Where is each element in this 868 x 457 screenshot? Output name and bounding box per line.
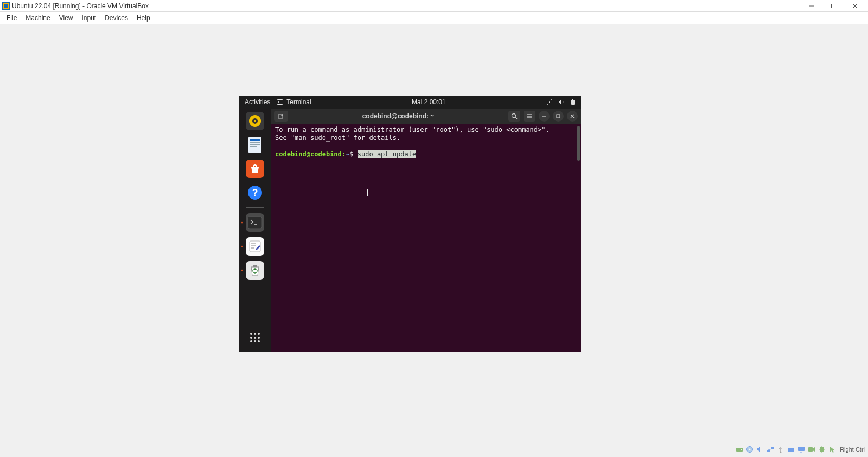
svg-point-33 bbox=[250, 333, 252, 335]
terminal-hamburger-menu[interactable] bbox=[524, 111, 535, 122]
ubuntu-system-menu[interactable] bbox=[546, 99, 576, 105]
menu-file[interactable]: File bbox=[2, 13, 21, 23]
status-cpu-icon[interactable] bbox=[817, 445, 826, 454]
host-menubar: File Machine View Input Devices Help bbox=[0, 12, 868, 24]
virtualbox-icon bbox=[2, 2, 10, 10]
terminal-scrollbar[interactable] bbox=[577, 126, 580, 161]
svg-point-17 bbox=[254, 120, 256, 122]
status-mouse-icon[interactable] bbox=[827, 445, 837, 454]
dock-rhythmbox[interactable] bbox=[246, 112, 264, 130]
status-host-key-label: Right Ctrl bbox=[840, 446, 865, 453]
host-window-title: Ubuntu 22.04 [Running] - Oracle VM Virtu… bbox=[12, 2, 149, 10]
terminal-text-cursor bbox=[367, 189, 368, 196]
dock-help[interactable]: ? bbox=[246, 183, 264, 202]
dock-libreoffice-writer[interactable] bbox=[246, 136, 264, 154]
svg-point-37 bbox=[254, 337, 256, 339]
ubuntu-app-indicator[interactable]: Terminal bbox=[277, 98, 311, 106]
menu-view[interactable]: View bbox=[55, 13, 78, 23]
terminal-new-tab-button[interactable] bbox=[274, 111, 288, 122]
svg-point-41 bbox=[258, 340, 260, 342]
svg-text:?: ? bbox=[252, 187, 258, 198]
dock-trash[interactable] bbox=[246, 261, 264, 280]
terminal-output-line-1: To run a command as administrator (user … bbox=[275, 126, 577, 134]
status-usb-icon[interactable] bbox=[776, 445, 785, 454]
menu-machine[interactable]: Machine bbox=[21, 13, 54, 23]
prompt-dollar: $ bbox=[349, 150, 353, 158]
svg-line-11 bbox=[547, 102, 550, 104]
volume-icon bbox=[558, 99, 565, 105]
svg-line-46 bbox=[515, 117, 517, 119]
svg-rect-20 bbox=[250, 142, 260, 143]
svg-point-38 bbox=[258, 337, 260, 339]
svg-rect-13 bbox=[571, 100, 575, 105]
ubuntu-topbar: Activities Terminal Mai 2 00:01 bbox=[239, 96, 581, 109]
ubuntu-app-label: Terminal bbox=[286, 98, 311, 106]
svg-rect-19 bbox=[250, 139, 260, 141]
svg-line-60 bbox=[768, 449, 772, 450]
svg-rect-22 bbox=[250, 146, 257, 147]
svg-rect-31 bbox=[253, 265, 257, 267]
svg-rect-68 bbox=[820, 447, 824, 452]
host-close-button[interactable] bbox=[844, 0, 866, 12]
svg-rect-65 bbox=[798, 447, 805, 451]
host-maximize-button[interactable] bbox=[822, 0, 844, 12]
dock-software-center[interactable] bbox=[246, 160, 264, 178]
svg-point-39 bbox=[250, 340, 252, 342]
svg-point-57 bbox=[749, 448, 750, 450]
status-network-icon[interactable] bbox=[765, 445, 775, 454]
svg-rect-66 bbox=[800, 452, 802, 453]
menu-devices[interactable]: Devices bbox=[100, 13, 132, 23]
terminal-titlebar: codebind@codebind: ~ bbox=[271, 109, 581, 124]
status-shared-folder-icon[interactable] bbox=[786, 445, 795, 454]
svg-rect-7 bbox=[277, 100, 283, 105]
dock-divider bbox=[246, 207, 264, 208]
power-icon bbox=[570, 99, 576, 105]
network-icon bbox=[546, 99, 553, 105]
ubuntu-clock[interactable]: Mai 2 00:01 bbox=[412, 98, 446, 106]
host-minimize-button[interactable] bbox=[801, 0, 822, 12]
svg-rect-25 bbox=[248, 217, 262, 228]
svg-point-45 bbox=[512, 114, 516, 118]
terminal-close-button[interactable] bbox=[567, 111, 578, 122]
terminal-indicator-icon bbox=[277, 99, 283, 105]
terminal-minimize-button[interactable] bbox=[539, 111, 550, 122]
svg-rect-21 bbox=[250, 144, 260, 145]
terminal-window-title: codebind@codebind: ~ bbox=[291, 112, 505, 120]
svg-line-12 bbox=[550, 100, 552, 102]
svg-point-36 bbox=[250, 337, 252, 339]
svg-rect-58 bbox=[767, 450, 770, 452]
menu-help[interactable]: Help bbox=[132, 13, 155, 23]
terminal-content[interactable]: To run a command as administrator (user … bbox=[271, 124, 581, 352]
svg-rect-51 bbox=[557, 115, 560, 118]
status-audio-icon[interactable] bbox=[755, 445, 764, 454]
terminal-command: sudo apt update bbox=[358, 150, 416, 158]
dock-text-editor[interactable] bbox=[246, 237, 264, 256]
terminal-maximize-button[interactable] bbox=[553, 111, 564, 122]
ubuntu-guest-screen: Activities Terminal Mai 2 00:01 bbox=[239, 96, 581, 352]
svg-rect-59 bbox=[771, 447, 774, 449]
svg-rect-67 bbox=[808, 447, 813, 452]
prompt-user-host: codebind@codebind bbox=[275, 150, 342, 158]
host-titlebar: Ubuntu 22.04 [Running] - Oracle VM Virtu… bbox=[0, 0, 868, 12]
svg-point-40 bbox=[254, 340, 256, 342]
ubuntu-dock: ? bbox=[239, 109, 271, 352]
dock-terminal[interactable] bbox=[246, 213, 264, 232]
status-display-icon[interactable] bbox=[796, 445, 806, 454]
vbox-statusbar: Right Ctrl bbox=[735, 445, 865, 454]
menu-input[interactable]: Input bbox=[78, 13, 101, 23]
status-recording-icon[interactable] bbox=[807, 445, 816, 454]
svg-rect-4 bbox=[832, 4, 835, 8]
status-harddisk-icon[interactable] bbox=[735, 445, 744, 454]
svg-rect-14 bbox=[572, 99, 573, 100]
terminal-search-button[interactable] bbox=[508, 111, 520, 122]
status-optical-icon[interactable] bbox=[745, 445, 754, 454]
dock-show-applications[interactable] bbox=[246, 328, 264, 347]
ubuntu-activities[interactable]: Activities bbox=[245, 98, 270, 106]
terminal-window: codebind@codebind: ~ To run a co bbox=[271, 109, 581, 352]
svg-point-34 bbox=[254, 333, 256, 335]
svg-point-55 bbox=[741, 449, 742, 450]
terminal-prompt-line: codebind@codebind:~$ sudo apt update bbox=[275, 150, 577, 158]
svg-rect-2 bbox=[4, 4, 8, 8]
svg-point-35 bbox=[258, 333, 260, 335]
terminal-output-line-2: See "man sudo_root" for details. bbox=[275, 134, 577, 142]
